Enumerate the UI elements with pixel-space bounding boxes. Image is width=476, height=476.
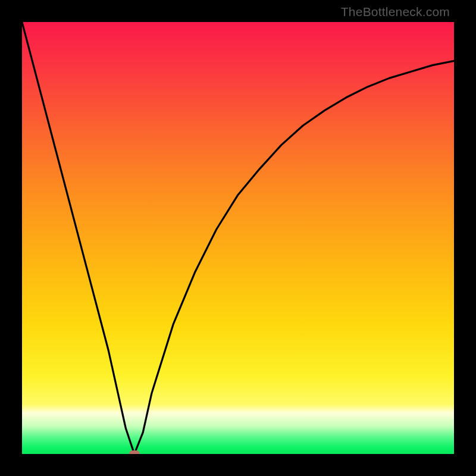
optimal-point-marker — [129, 450, 140, 454]
chart-frame: TheBottleneck.com — [0, 0, 476, 476]
bottleneck-curve — [22, 22, 454, 454]
watermark-text: TheBottleneck.com — [341, 5, 450, 19]
plot-area — [22, 22, 454, 454]
